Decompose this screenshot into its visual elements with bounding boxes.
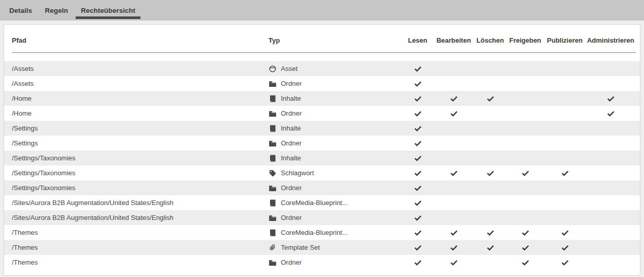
- check-icon: [561, 260, 569, 266]
- row-path: /Assets: [12, 80, 269, 87]
- perm-cell-freigeben: [506, 195, 544, 210]
- table-row[interactable]: /Assets Ordner: [4, 76, 640, 91]
- check-icon: [414, 140, 422, 146]
- perm-cell-lesen: [402, 240, 433, 255]
- check-icon: [450, 260, 458, 266]
- perm-cell-administrieren: [585, 91, 636, 106]
- table-row[interactable]: /Home Inhalte: [4, 91, 640, 106]
- folder-icon: [269, 139, 277, 147]
- perm-cell-publizieren: [544, 255, 585, 270]
- perm-cell-publizieren: [544, 165, 585, 180]
- check-icon: [522, 260, 529, 266]
- perm-cell-lesen: [402, 165, 433, 180]
- row-type: Ordner: [269, 214, 402, 222]
- tab-rechteuebersicht[interactable]: Rechteübersicht: [76, 0, 140, 21]
- row-path: /Themes: [12, 244, 269, 251]
- row-path: /Home: [12, 95, 269, 102]
- perm-cell-freigeben: [506, 61, 544, 76]
- tab-regeln[interactable]: Regeln: [40, 0, 73, 21]
- tab-details[interactable]: Details: [4, 0, 37, 21]
- perm-cell-lesen: [402, 255, 433, 270]
- row-type: Asset: [269, 65, 402, 73]
- table-row[interactable]: /Themes Ordner: [4, 255, 640, 270]
- check-icon: [487, 170, 494, 176]
- check-icon: [450, 245, 458, 251]
- perm-cell-administrieren: [585, 76, 636, 91]
- row-path: /Sites/Aurora B2B Augmentation/United St…: [12, 199, 269, 207]
- perm-cell-loeschen: [474, 195, 506, 210]
- perm-cell-lesen: [402, 151, 433, 165]
- perm-cell-publizieren: [544, 195, 585, 210]
- perm-cell-lesen: [402, 180, 433, 195]
- row-type: Inhalte: [269, 154, 402, 162]
- perm-cell-lesen: [402, 225, 433, 240]
- perm-cell-publizieren: [544, 180, 585, 195]
- perm-cell-publizieren: [544, 91, 585, 106]
- perm-cell-bearbeiten: [433, 255, 474, 270]
- perm-cell-bearbeiten: [433, 210, 474, 225]
- perm-cell-lesen: [402, 61, 433, 76]
- perm-cell-bearbeiten: [433, 240, 474, 255]
- row-path: /Themes: [12, 229, 269, 236]
- table-row[interactable]: /Settings Ordner: [4, 136, 640, 151]
- check-icon: [414, 245, 422, 251]
- column-header-freigeben: Freigeben: [506, 36, 544, 44]
- row-type-label: Template Set: [281, 244, 320, 251]
- content-icon: [269, 124, 277, 133]
- row-path: /Themes: [12, 258, 269, 266]
- table-row[interactable]: /Sites/Aurora B2B Augmentation/United St…: [4, 195, 640, 210]
- perm-cell-publizieren: [544, 121, 585, 136]
- row-path: /Settings/Taxonomies: [12, 154, 269, 162]
- row-type-label: Ordner: [281, 139, 301, 147]
- table-row[interactable]: /Home Ordner: [4, 106, 640, 121]
- check-icon: [607, 96, 615, 102]
- perm-cell-lesen: [402, 195, 433, 210]
- table-row[interactable]: /Themes CoreMedia-Blueprint...: [4, 225, 640, 240]
- perm-cell-loeschen: [474, 225, 506, 240]
- check-icon: [487, 245, 494, 251]
- perm-cell-lesen: [402, 121, 433, 136]
- perm-cell-freigeben: [506, 106, 544, 121]
- table-row[interactable]: /Settings/Taxonomies Inhalte: [4, 151, 640, 165]
- row-path: /Settings: [12, 139, 269, 147]
- perm-cell-loeschen: [474, 61, 506, 76]
- check-icon: [414, 215, 422, 221]
- check-icon: [450, 230, 458, 236]
- perm-cell-bearbeiten: [433, 195, 474, 210]
- asset-icon: [269, 65, 277, 73]
- column-header-administrieren: Administrieren: [585, 36, 636, 44]
- table-row[interactable]: /Settings/Taxonomies Schlagwort: [4, 165, 640, 180]
- row-type-label: Inhalte: [281, 154, 301, 162]
- check-icon: [414, 170, 422, 176]
- check-icon: [450, 170, 458, 176]
- table-row[interactable]: /Settings/Taxonomies Ordner: [4, 180, 640, 195]
- perm-cell-publizieren: [544, 76, 585, 91]
- perm-cell-administrieren: [585, 136, 636, 151]
- perm-cell-freigeben: [506, 165, 544, 180]
- column-header-pfad: Pfad: [12, 36, 269, 44]
- header-divider: [12, 52, 636, 53]
- row-type-label: Ordner: [281, 258, 301, 266]
- row-type-label: CoreMedia-Blueprint...: [281, 229, 348, 236]
- check-icon: [450, 110, 458, 117]
- table-row[interactable]: /Themes Template Set: [4, 240, 640, 255]
- perm-cell-administrieren: [585, 61, 636, 76]
- perm-cell-freigeben: [506, 255, 544, 270]
- perm-cell-freigeben: [506, 136, 544, 151]
- row-type: Ordner: [269, 109, 402, 118]
- perm-cell-administrieren: [585, 180, 636, 195]
- tab-regeln-label: Regeln: [45, 7, 68, 14]
- perm-cell-lesen: [402, 76, 433, 91]
- table-row[interactable]: /Sites/Aurora B2B Augmentation/United St…: [4, 210, 640, 225]
- check-icon: [561, 245, 569, 251]
- check-icon: [414, 230, 422, 236]
- row-path: /Sites/Aurora B2B Augmentation/United St…: [12, 214, 269, 221]
- table-row[interactable]: /Settings Inhalte: [4, 121, 640, 136]
- content-icon: [269, 95, 277, 103]
- table-row[interactable]: /Assets Asset: [4, 61, 640, 76]
- check-icon: [414, 260, 422, 266]
- column-header-publizieren: Publizieren: [544, 36, 585, 44]
- check-icon: [561, 170, 569, 176]
- tab-rechteuebersicht-label: Rechteübersicht: [81, 7, 135, 14]
- perm-cell-bearbeiten: [433, 76, 474, 91]
